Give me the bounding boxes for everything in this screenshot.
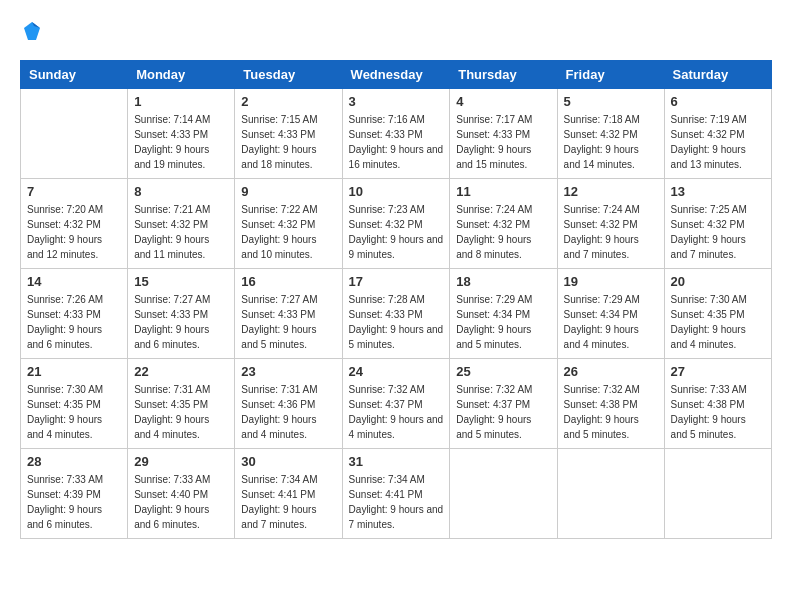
cell-w5-d4: 31Sunrise: 7:34 AMSunset: 4:41 PMDayligh… — [342, 449, 450, 539]
cell-w4-d1: 21Sunrise: 7:30 AMSunset: 4:35 PMDayligh… — [21, 359, 128, 449]
calendar-header-row: SundayMondayTuesdayWednesdayThursdayFrid… — [21, 61, 772, 89]
day-number-24: 24 — [349, 364, 444, 379]
cell-w5-d1: 28Sunrise: 7:33 AMSunset: 4:39 PMDayligh… — [21, 449, 128, 539]
day-number-7: 7 — [27, 184, 121, 199]
day-info-18: Sunrise: 7:29 AMSunset: 4:34 PMDaylight:… — [456, 292, 550, 352]
day-info-11: Sunrise: 7:24 AMSunset: 4:32 PMDaylight:… — [456, 202, 550, 262]
day-number-5: 5 — [564, 94, 658, 109]
day-number-22: 22 — [134, 364, 228, 379]
day-info-31: Sunrise: 7:34 AMSunset: 4:41 PMDaylight:… — [349, 472, 444, 532]
day-info-8: Sunrise: 7:21 AMSunset: 4:32 PMDaylight:… — [134, 202, 228, 262]
day-number-2: 2 — [241, 94, 335, 109]
day-number-20: 20 — [671, 274, 765, 289]
day-info-23: Sunrise: 7:31 AMSunset: 4:36 PMDaylight:… — [241, 382, 335, 442]
cell-w5-d5 — [450, 449, 557, 539]
cell-w3-d1: 14Sunrise: 7:26 AMSunset: 4:33 PMDayligh… — [21, 269, 128, 359]
cell-w3-d6: 19Sunrise: 7:29 AMSunset: 4:34 PMDayligh… — [557, 269, 664, 359]
cell-w1-d4: 3Sunrise: 7:16 AMSunset: 4:33 PMDaylight… — [342, 89, 450, 179]
day-info-14: Sunrise: 7:26 AMSunset: 4:33 PMDaylight:… — [27, 292, 121, 352]
week-row-3: 14Sunrise: 7:26 AMSunset: 4:33 PMDayligh… — [21, 269, 772, 359]
day-info-3: Sunrise: 7:16 AMSunset: 4:33 PMDaylight:… — [349, 112, 444, 172]
cell-w1-d5: 4Sunrise: 7:17 AMSunset: 4:33 PMDaylight… — [450, 89, 557, 179]
week-row-5: 28Sunrise: 7:33 AMSunset: 4:39 PMDayligh… — [21, 449, 772, 539]
day-number-15: 15 — [134, 274, 228, 289]
cell-w4-d4: 24Sunrise: 7:32 AMSunset: 4:37 PMDayligh… — [342, 359, 450, 449]
header-sunday: Sunday — [21, 61, 128, 89]
cell-w1-d6: 5Sunrise: 7:18 AMSunset: 4:32 PMDaylight… — [557, 89, 664, 179]
cell-w3-d2: 15Sunrise: 7:27 AMSunset: 4:33 PMDayligh… — [128, 269, 235, 359]
day-info-10: Sunrise: 7:23 AMSunset: 4:32 PMDaylight:… — [349, 202, 444, 262]
day-number-21: 21 — [27, 364, 121, 379]
day-info-16: Sunrise: 7:27 AMSunset: 4:33 PMDaylight:… — [241, 292, 335, 352]
cell-w2-d3: 9Sunrise: 7:22 AMSunset: 4:32 PMDaylight… — [235, 179, 342, 269]
header-monday: Monday — [128, 61, 235, 89]
cell-w2-d7: 13Sunrise: 7:25 AMSunset: 4:32 PMDayligh… — [664, 179, 771, 269]
day-number-29: 29 — [134, 454, 228, 469]
day-info-9: Sunrise: 7:22 AMSunset: 4:32 PMDaylight:… — [241, 202, 335, 262]
day-number-12: 12 — [564, 184, 658, 199]
day-info-25: Sunrise: 7:32 AMSunset: 4:37 PMDaylight:… — [456, 382, 550, 442]
cell-w4-d3: 23Sunrise: 7:31 AMSunset: 4:36 PMDayligh… — [235, 359, 342, 449]
cell-w2-d2: 8Sunrise: 7:21 AMSunset: 4:32 PMDaylight… — [128, 179, 235, 269]
day-number-3: 3 — [349, 94, 444, 109]
day-number-11: 11 — [456, 184, 550, 199]
header-saturday: Saturday — [664, 61, 771, 89]
week-row-2: 7Sunrise: 7:20 AMSunset: 4:32 PMDaylight… — [21, 179, 772, 269]
day-number-6: 6 — [671, 94, 765, 109]
day-info-27: Sunrise: 7:33 AMSunset: 4:38 PMDaylight:… — [671, 382, 765, 442]
day-info-21: Sunrise: 7:30 AMSunset: 4:35 PMDaylight:… — [27, 382, 121, 442]
header-wednesday: Wednesday — [342, 61, 450, 89]
cell-w4-d7: 27Sunrise: 7:33 AMSunset: 4:38 PMDayligh… — [664, 359, 771, 449]
day-number-9: 9 — [241, 184, 335, 199]
day-info-15: Sunrise: 7:27 AMSunset: 4:33 PMDaylight:… — [134, 292, 228, 352]
day-number-30: 30 — [241, 454, 335, 469]
cell-w5-d2: 29Sunrise: 7:33 AMSunset: 4:40 PMDayligh… — [128, 449, 235, 539]
cell-w1-d2: 1Sunrise: 7:14 AMSunset: 4:33 PMDaylight… — [128, 89, 235, 179]
cell-w5-d7 — [664, 449, 771, 539]
day-info-13: Sunrise: 7:25 AMSunset: 4:32 PMDaylight:… — [671, 202, 765, 262]
header-friday: Friday — [557, 61, 664, 89]
day-info-1: Sunrise: 7:14 AMSunset: 4:33 PMDaylight:… — [134, 112, 228, 172]
day-info-2: Sunrise: 7:15 AMSunset: 4:33 PMDaylight:… — [241, 112, 335, 172]
cell-w1-d3: 2Sunrise: 7:15 AMSunset: 4:33 PMDaylight… — [235, 89, 342, 179]
day-number-10: 10 — [349, 184, 444, 199]
day-number-17: 17 — [349, 274, 444, 289]
day-info-20: Sunrise: 7:30 AMSunset: 4:35 PMDaylight:… — [671, 292, 765, 352]
day-number-16: 16 — [241, 274, 335, 289]
day-info-12: Sunrise: 7:24 AMSunset: 4:32 PMDaylight:… — [564, 202, 658, 262]
svg-marker-0 — [24, 22, 40, 40]
cell-w2-d1: 7Sunrise: 7:20 AMSunset: 4:32 PMDaylight… — [21, 179, 128, 269]
day-info-19: Sunrise: 7:29 AMSunset: 4:34 PMDaylight:… — [564, 292, 658, 352]
calendar: SundayMondayTuesdayWednesdayThursdayFrid… — [20, 60, 772, 539]
cell-w3-d7: 20Sunrise: 7:30 AMSunset: 4:35 PMDayligh… — [664, 269, 771, 359]
cell-w1-d7: 6Sunrise: 7:19 AMSunset: 4:32 PMDaylight… — [664, 89, 771, 179]
cell-w2-d6: 12Sunrise: 7:24 AMSunset: 4:32 PMDayligh… — [557, 179, 664, 269]
header-tuesday: Tuesday — [235, 61, 342, 89]
day-number-23: 23 — [241, 364, 335, 379]
day-info-28: Sunrise: 7:33 AMSunset: 4:39 PMDaylight:… — [27, 472, 121, 532]
cell-w4-d6: 26Sunrise: 7:32 AMSunset: 4:38 PMDayligh… — [557, 359, 664, 449]
day-number-26: 26 — [564, 364, 658, 379]
day-number-14: 14 — [27, 274, 121, 289]
day-number-8: 8 — [134, 184, 228, 199]
header-thursday: Thursday — [450, 61, 557, 89]
cell-w2-d5: 11Sunrise: 7:24 AMSunset: 4:32 PMDayligh… — [450, 179, 557, 269]
day-number-19: 19 — [564, 274, 658, 289]
day-info-29: Sunrise: 7:33 AMSunset: 4:40 PMDaylight:… — [134, 472, 228, 532]
cell-w5-d3: 30Sunrise: 7:34 AMSunset: 4:41 PMDayligh… — [235, 449, 342, 539]
day-number-13: 13 — [671, 184, 765, 199]
logo-icon — [20, 20, 44, 44]
day-info-5: Sunrise: 7:18 AMSunset: 4:32 PMDaylight:… — [564, 112, 658, 172]
page-header — [20, 20, 772, 44]
day-number-4: 4 — [456, 94, 550, 109]
day-info-4: Sunrise: 7:17 AMSunset: 4:33 PMDaylight:… — [456, 112, 550, 172]
cell-w4-d2: 22Sunrise: 7:31 AMSunset: 4:35 PMDayligh… — [128, 359, 235, 449]
cell-w1-d1 — [21, 89, 128, 179]
day-number-28: 28 — [27, 454, 121, 469]
cell-w3-d5: 18Sunrise: 7:29 AMSunset: 4:34 PMDayligh… — [450, 269, 557, 359]
logo — [20, 20, 48, 44]
day-info-22: Sunrise: 7:31 AMSunset: 4:35 PMDaylight:… — [134, 382, 228, 442]
cell-w5-d6 — [557, 449, 664, 539]
day-number-27: 27 — [671, 364, 765, 379]
cell-w3-d4: 17Sunrise: 7:28 AMSunset: 4:33 PMDayligh… — [342, 269, 450, 359]
